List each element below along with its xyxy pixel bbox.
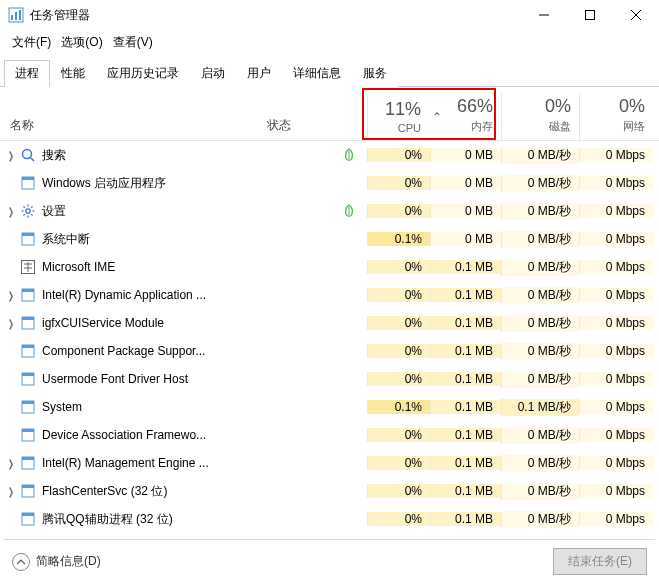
table-row[interactable]: ❯搜索0%0 MB0 MB/秒0 Mbps [0,141,659,169]
cell-memory: 0.1 MB [430,316,501,330]
app-icon [20,343,36,359]
leaf-icon [343,148,355,162]
cell-disk: 0 MB/秒 [501,147,579,164]
settings-icon [20,203,36,219]
search-icon [20,147,36,163]
disk-pct: 0% [545,97,571,117]
svg-rect-2 [15,12,17,20]
cell-memory: 0.1 MB [430,512,501,526]
col-header-status[interactable]: 状态 [267,117,367,140]
app-icon [20,315,36,331]
process-name: Device Association Framewo... [42,428,206,442]
cell-memory: 0 MB [430,176,501,190]
cell-network: 0 Mbps [579,260,653,274]
sort-indicator: ⌃ [429,110,445,140]
cell-disk: 0 MB/秒 [501,371,579,388]
expand-chevron-icon[interactable]: ❯ [6,150,16,161]
window-controls [521,0,659,30]
expand-chevron-icon[interactable]: ❯ [6,290,16,301]
process-name: 搜索 [42,147,66,164]
cell-name: 系统中断 [0,231,267,248]
cell-name: Device Association Framewo... [0,427,267,443]
expand-chevron-icon[interactable]: ❯ [6,458,16,469]
cell-memory: 0 MB [430,148,501,162]
tab-6[interactable]: 服务 [352,60,398,87]
process-list[interactable]: ❯搜索0%0 MB0 MB/秒0 MbpsWindows 启动应用程序0%0 M… [0,141,659,533]
svg-rect-38 [22,401,34,404]
table-row[interactable]: Usermode Font Driver Host0%0.1 MB0 MB/秒0… [0,365,659,393]
table-header: 名称 状态 11% CPU ⌃ 66% 内存 0% 磁盘 0% 网络 [0,87,659,141]
table-row[interactable]: ❯设置0%0 MB0 MB/秒0 Mbps [0,197,659,225]
cell-memory: 0.1 MB [430,372,501,386]
cell-disk: 0 MB/秒 [501,175,579,192]
svg-rect-42 [22,457,34,460]
process-name: 腾讯QQ辅助进程 (32 位) [42,511,173,528]
cell-disk: 0 MB/秒 [501,315,579,332]
table-row[interactable]: ❯Intel(R) Management Engine ...0%0.1 MB0… [0,449,659,477]
col-header-disk[interactable]: 0% 磁盘 [501,93,579,140]
app-icon [20,371,36,387]
svg-line-20 [31,206,32,207]
cell-disk: 0.1 MB/秒 [501,399,579,416]
tab-2[interactable]: 应用历史记录 [96,60,190,87]
process-name: Microsoft IME [42,260,115,274]
cell-name: ❯igfxCUIService Module [0,315,267,331]
cell-network: 0 Mbps [579,204,653,218]
tab-bar: 进程性能应用历史记录启动用户详细信息服务 [0,59,659,87]
fewer-details-button[interactable]: 简略信息(D) [12,553,101,571]
cell-name: Windows 启动应用程序 [0,175,267,192]
col-header-name[interactable]: 名称 [0,117,267,140]
cell-network: 0 Mbps [579,428,653,442]
cell-cpu: 0% [367,344,430,358]
tab-5[interactable]: 详细信息 [282,60,352,87]
process-name: FlashCenterSvc (32 位) [42,483,167,500]
cell-name: System [0,399,267,415]
svg-rect-36 [22,373,34,376]
col-header-cpu[interactable]: 11% CPU [367,96,429,140]
cell-cpu: 0% [367,204,430,218]
table-row[interactable]: 系统中断0.1%0 MB0 MB/秒0 Mbps [0,225,659,253]
minimize-button[interactable] [521,0,567,30]
menu-view[interactable]: 查看(V) [109,32,157,53]
col-header-network[interactable]: 0% 网络 [579,93,653,140]
table-row[interactable]: Microsoft IME0%0.1 MB0 MB/秒0 Mbps [0,253,659,281]
cell-cpu: 0% [367,148,430,162]
table-row[interactable]: Windows 启动应用程序0%0 MB0 MB/秒0 Mbps [0,169,659,197]
table-row[interactable]: ❯igfxCUIService Module0%0.1 MB0 MB/秒0 Mb… [0,309,659,337]
cell-network: 0 Mbps [579,512,653,526]
tab-1[interactable]: 性能 [50,60,96,87]
tab-0[interactable]: 进程 [4,60,50,87]
table-row[interactable]: ❯Intel(R) Dynamic Application ...0%0.1 M… [0,281,659,309]
app-icon [20,231,36,247]
cell-network: 0 Mbps [579,148,653,162]
app-icon [20,483,36,499]
table-row[interactable]: Component Package Suppor...0%0.1 MB0 MB/… [0,337,659,365]
app-icon [20,287,36,303]
process-name: Intel(R) Dynamic Application ... [42,288,206,302]
menu-options[interactable]: 选项(O) [57,32,106,53]
end-task-button[interactable]: 结束任务(E) [553,548,647,575]
close-button[interactable] [613,0,659,30]
svg-rect-30 [22,289,34,292]
col-header-memory[interactable]: 66% 内存 [445,93,501,140]
table-row[interactable]: Device Association Framewo...0%0.1 MB0 M… [0,421,659,449]
menu-file[interactable]: 文件(F) [8,32,55,53]
tab-3[interactable]: 启动 [190,60,236,87]
cell-name: 腾讯QQ辅助进程 (32 位) [0,511,267,528]
process-name: System [42,400,82,414]
svg-point-8 [23,150,32,159]
svg-rect-1 [11,15,13,20]
expand-chevron-icon[interactable]: ❯ [6,318,16,329]
net-pct: 0% [619,97,645,117]
cell-cpu: 0% [367,316,430,330]
process-name: Windows 启动应用程序 [42,175,166,192]
expand-chevron-icon[interactable]: ❯ [6,486,16,497]
cpu-label: CPU [398,122,421,134]
table-row[interactable]: 腾讯QQ辅助进程 (32 位)0%0.1 MB0 MB/秒0 Mbps [0,505,659,533]
cell-disk: 0 MB/秒 [501,455,579,472]
maximize-button[interactable] [567,0,613,30]
table-row[interactable]: ❯FlashCenterSvc (32 位)0%0.1 MB0 MB/秒0 Mb… [0,477,659,505]
expand-chevron-icon[interactable]: ❯ [6,206,16,217]
tab-4[interactable]: 用户 [236,60,282,87]
table-row[interactable]: System0.1%0.1 MB0.1 MB/秒0 Mbps [0,393,659,421]
